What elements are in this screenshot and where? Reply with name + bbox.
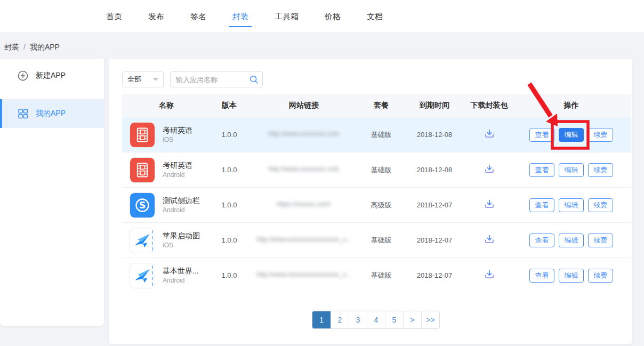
paper-bird-app-icon — [130, 263, 155, 288]
top-nav: 首页 发布 签名 封装 工具箱 价格 文档 — [0, 0, 644, 33]
app-name: 考研英语 — [163, 160, 192, 171]
download-icon[interactable] — [483, 163, 496, 175]
next-page-button[interactable]: > — [403, 311, 421, 328]
sidebar-item-my-app[interactable]: 我的APP — [0, 99, 104, 128]
view-button[interactable]: 查看 — [529, 128, 554, 142]
col-header-plan: 套餐 — [360, 101, 402, 110]
website-link-blurred: http://www.xxxxxxxx.com — [269, 130, 340, 138]
col-header-name: 名称 — [122, 101, 211, 110]
app-name: 测试侧边栏 — [163, 196, 200, 206]
search-input[interactable] — [170, 71, 263, 87]
view-button[interactable]: 查看 — [529, 269, 554, 283]
sidebar-item-label: 我的APP — [36, 109, 66, 118]
expire-date: 2018-12-07 — [402, 271, 466, 279]
renew-button[interactable]: 续费 — [588, 269, 613, 283]
app-platform: Android — [163, 171, 192, 179]
col-header-actions: 操作 — [512, 101, 631, 110]
download-icon[interactable] — [483, 198, 496, 211]
page-5[interactable]: 5 — [385, 311, 403, 328]
expire-date: 2018-12-07 — [402, 236, 466, 244]
edit-button[interactable]: 编辑 — [559, 234, 584, 247]
app-plan: 基础版 — [360, 236, 402, 245]
app-plan: 基础版 — [360, 130, 402, 140]
page-1[interactable]: 1 — [312, 311, 331, 328]
nav-item-pricing[interactable]: 价格 — [325, 0, 341, 33]
my-app-page: 首页 发布 签名 封装 工具箱 价格 文档 封装/我的APP 新建APP 我的A… — [0, 0, 644, 346]
paper-bird-app-icon — [130, 228, 155, 253]
app-name-cell: 考研英语 Android — [122, 157, 211, 183]
sidebar-item-new-app[interactable]: 新建APP — [0, 59, 104, 93]
app-name-cell: 考研英语 iOS — [122, 122, 211, 148]
table-header: 名称 版本 网站链接 套餐 到期时间 下载封装包 操作 — [122, 94, 631, 117]
breadcrumb-separator: / — [23, 43, 26, 51]
nav-item-package[interactable]: 封装 — [232, 0, 248, 33]
sidebar-item-label: 新建APP — [36, 71, 66, 81]
svg-text:S: S — [139, 200, 146, 211]
view-button[interactable]: 查看 — [529, 163, 554, 177]
filter-dropdown[interactable]: 全部 — [122, 71, 164, 87]
app-version: 1.0.0 — [211, 201, 248, 209]
page-2[interactable]: 2 — [331, 311, 349, 328]
table-row: 考研英语 Android 1.0.0 http://www.xxxxxxxx.c… — [122, 152, 631, 188]
app-plan: 基础版 — [360, 271, 402, 280]
app-name: 基本世界... — [163, 266, 199, 276]
col-header-download: 下载封装包 — [466, 101, 512, 110]
plus-circle-icon — [18, 70, 28, 81]
col-header-expire: 到期时间 — [402, 101, 466, 110]
grid-icon — [18, 108, 28, 119]
app-name: 苹果启动图 — [163, 231, 200, 241]
app-version: 1.0.0 — [211, 131, 248, 139]
table-row: 基本世界... Android 1.0.0 http://www.xxxxxxx… — [122, 258, 631, 293]
website-link-blurred: http://www.xxxxxxxx.com — [269, 165, 340, 173]
renew-button[interactable]: 续费 — [588, 234, 613, 247]
pagination: 1 2 3 4 5 > >> — [312, 311, 440, 329]
nav-item-toolbox[interactable]: 工具箱 — [275, 0, 299, 33]
filter-row: 全部 — [122, 71, 263, 87]
breadcrumb-package[interactable]: 封装 — [4, 43, 19, 51]
sidebar: 新建APP 我的APP — [0, 59, 104, 326]
nav-item-signature[interactable]: 签名 — [190, 0, 206, 33]
breadcrumb-current: 我的APP — [30, 43, 60, 51]
nav-list: 首页 发布 签名 封装 工具箱 价格 文档 — [106, 0, 644, 33]
app-platform: Android — [163, 276, 199, 285]
app-platform: iOS — [163, 241, 200, 250]
renew-button[interactable]: 续费 — [588, 163, 613, 177]
app-platform: iOS — [163, 135, 192, 144]
page-3[interactable]: 3 — [349, 311, 367, 328]
last-page-button[interactable]: >> — [421, 311, 439, 328]
page-4[interactable]: 4 — [367, 311, 385, 328]
nav-item-publish[interactable]: 发布 — [148, 0, 164, 33]
main-content: 全部 名称 版本 网站链接 套餐 到期时间 下载封装包 操作 — [109, 59, 632, 344]
table-row: 考研英语 iOS 1.0.0 http://www.xxxxxxxx.com 基… — [122, 117, 631, 152]
col-header-version: 版本 — [211, 101, 248, 110]
edit-button[interactable]: 编辑 — [559, 269, 584, 283]
download-icon[interactable] — [483, 268, 496, 281]
edit-button[interactable]: 编辑 — [559, 128, 584, 142]
search-box — [170, 71, 263, 87]
filter-dropdown-value: 全部 — [127, 75, 141, 84]
table-row: 苹果启动图 iOS 1.0.0 http://www.xxxxxxxxxxxxx… — [122, 223, 631, 258]
website-link-blurred: http://www.xxxxxxxxxxxxxxxx_x... — [256, 236, 351, 243]
breadcrumb: 封装/我的APP — [4, 43, 60, 52]
app-plan: 高级版 — [360, 200, 402, 210]
download-icon[interactable] — [483, 127, 496, 140]
view-button[interactable]: 查看 — [529, 234, 554, 247]
renew-button[interactable]: 续费 — [588, 128, 613, 142]
nav-item-docs[interactable]: 文档 — [367, 0, 383, 33]
search-icon[interactable] — [249, 75, 259, 86]
app-name-cell: 基本世界... Android — [122, 263, 211, 288]
col-header-url: 网站链接 — [248, 101, 360, 110]
app-version: 1.0.0 — [211, 236, 248, 244]
chevron-down-icon — [153, 78, 158, 81]
app-version: 1.0.0 — [211, 271, 248, 279]
expire-date: 2018-12-08 — [402, 131, 466, 139]
view-button[interactable]: 查看 — [529, 198, 554, 212]
app-platform: Android — [163, 206, 200, 214]
expire-date: 2018-12-07 — [402, 201, 466, 209]
app-table: 名称 版本 网站链接 套餐 到期时间 下载封装包 操作 考研英语 iOS — [122, 94, 631, 293]
edit-button[interactable]: 编辑 — [559, 198, 584, 212]
download-icon[interactable] — [483, 233, 496, 246]
renew-button[interactable]: 续费 — [588, 198, 613, 212]
nav-item-home[interactable]: 首页 — [106, 0, 122, 33]
edit-button[interactable]: 编辑 — [559, 163, 584, 177]
